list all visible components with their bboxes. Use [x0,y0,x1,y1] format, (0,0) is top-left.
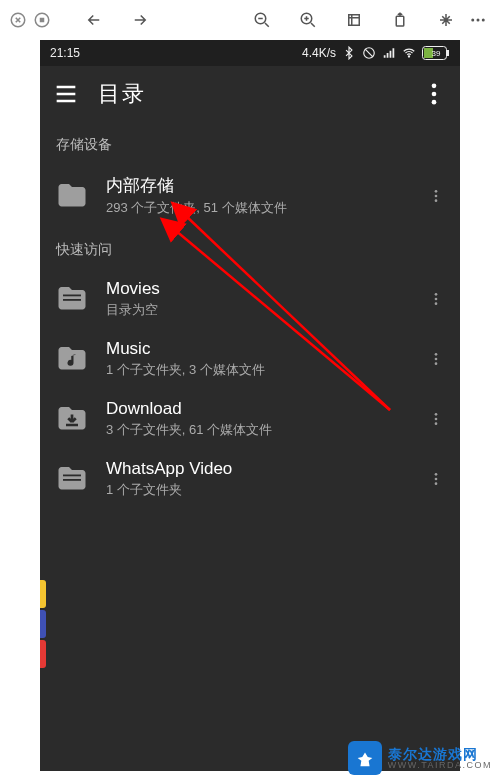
svg-point-11 [408,56,409,57]
clock: 21:15 [50,46,80,60]
side-tab [40,580,46,608]
browser-toolbar [0,0,500,40]
svg-point-30 [435,413,438,416]
svg-point-9 [482,19,485,22]
zoom-out-icon[interactable] [248,6,276,34]
svg-point-37 [435,482,438,485]
svg-point-8 [477,19,480,22]
item-title: Download [106,399,410,419]
watermark-text-en: WWW.TAIRDA.COM [388,761,492,770]
svg-point-19 [435,190,438,193]
svg-point-31 [435,418,438,421]
svg-point-36 [435,478,438,481]
hamburger-icon[interactable] [52,80,80,108]
svg-text:39: 39 [432,49,441,58]
sparkle-icon[interactable] [432,6,460,34]
watermark: 泰尔达游戏网 WWW.TAIRDA.COM [348,741,492,775]
item-menu-icon[interactable] [424,176,448,216]
zoom-in-icon[interactable] [294,6,322,34]
svg-point-24 [435,293,438,296]
svg-point-20 [435,194,438,197]
svg-point-28 [435,358,438,361]
quick-item[interactable]: Download3 个子文件夹, 61 个媒体文件 [40,389,460,449]
svg-rect-2 [40,18,45,23]
item-menu-icon[interactable] [424,399,448,439]
svg-rect-33 [63,475,81,477]
folder-icon [52,176,92,216]
watermark-badge-icon [348,741,382,775]
svg-point-27 [435,353,438,356]
svg-point-29 [435,362,438,365]
svg-point-18 [432,100,437,105]
section-quick-label: 快速访问 [40,227,460,269]
forward-icon[interactable] [126,6,154,34]
item-menu-icon[interactable] [424,279,448,319]
item-subtitle: 1 个子文件夹 [106,481,410,499]
svg-point-35 [435,473,438,476]
rotate-icon[interactable] [386,6,414,34]
back-icon[interactable] [80,6,108,34]
battery-icon: 39 [422,46,450,60]
side-tab [40,640,46,668]
wifi-icon [402,46,416,60]
svg-rect-6 [396,16,404,26]
item-title: Music [106,339,410,359]
close-tab-icon[interactable] [8,10,28,30]
svg-rect-23 [63,299,81,301]
item-title: 内部存储 [106,174,410,197]
svg-point-17 [432,92,437,97]
dnd-icon [362,46,376,60]
fit-icon[interactable] [340,6,368,34]
item-subtitle: 目录为空 [106,301,410,319]
page-title: 目录 [98,79,146,109]
movies-folder-icon [52,279,92,319]
signal-icon [382,46,396,60]
item-menu-icon[interactable] [424,339,448,379]
svg-point-16 [432,84,437,89]
net-speed: 4.4K/s [302,46,336,60]
svg-point-25 [435,298,438,301]
download-folder-icon [52,399,92,439]
status-bar: 21:15 4.4K/s 39 [40,40,460,66]
stop-icon[interactable] [32,10,52,30]
phone-screen: 21:15 4.4K/s 39 目录 存储设备 内部存储 293 个 [40,40,460,771]
svg-point-21 [435,199,438,202]
storage-internal[interactable]: 内部存储 293 个子文件夹, 51 个媒体文件 [40,164,460,227]
svg-rect-14 [447,50,449,56]
svg-rect-34 [63,479,81,481]
item-title: WhatsApp Video [106,459,410,479]
overflow-icon[interactable] [464,6,492,34]
item-title: Movies [106,279,410,299]
app-header: 目录 [40,66,460,122]
svg-rect-22 [63,295,81,297]
quick-item[interactable]: Music1 个子文件夹, 3 个媒体文件 [40,329,460,389]
watermark-text-cn: 泰尔达游戏网 [388,747,492,761]
svg-point-32 [435,422,438,425]
movies-folder-icon [52,459,92,499]
item-subtitle: 3 个子文件夹, 61 个媒体文件 [106,421,410,439]
item-subtitle: 293 个子文件夹, 51 个媒体文件 [106,199,410,217]
more-vert-icon[interactable] [420,80,448,108]
music-folder-icon [52,339,92,379]
quick-item[interactable]: Movies目录为空 [40,269,460,329]
bluetooth-icon [342,46,356,60]
svg-point-7 [471,19,474,22]
svg-rect-5 [349,15,360,26]
item-subtitle: 1 个子文件夹, 3 个媒体文件 [106,361,410,379]
quick-item[interactable]: WhatsApp Video1 个子文件夹 [40,449,460,509]
section-storage-label: 存储设备 [40,122,460,164]
svg-point-26 [435,302,438,305]
item-menu-icon[interactable] [424,459,448,499]
side-tab [40,610,46,638]
